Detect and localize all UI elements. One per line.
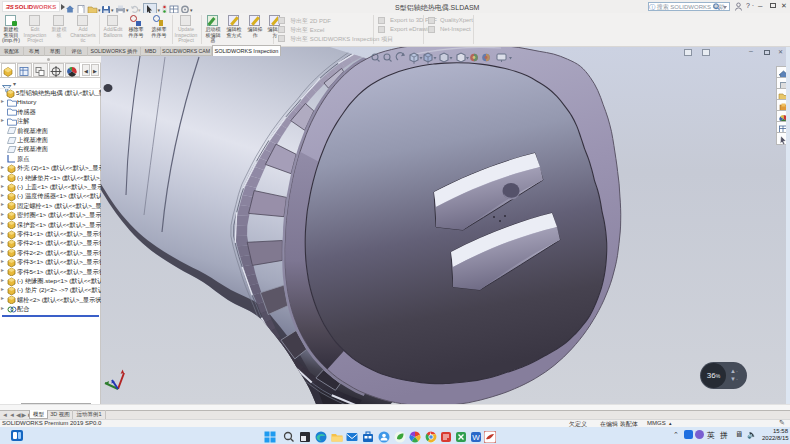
svg-text:W: W — [472, 433, 480, 442]
